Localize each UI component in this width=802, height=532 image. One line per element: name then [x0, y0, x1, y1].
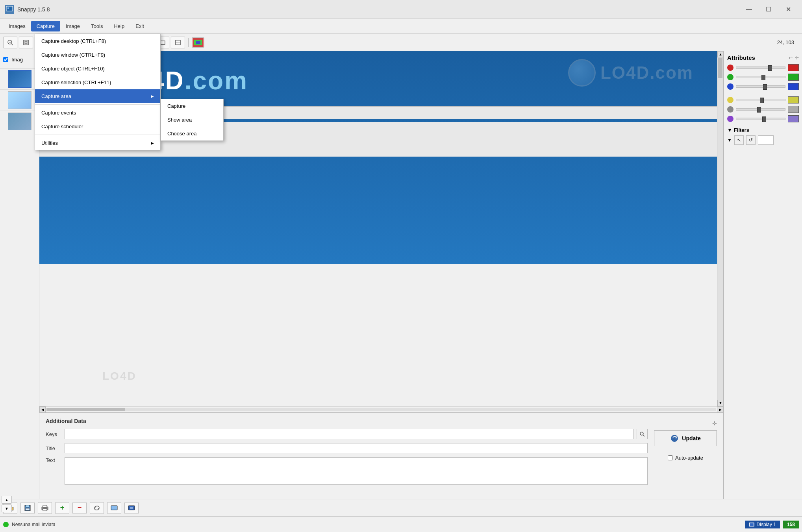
svg-rect-36: [196, 41, 200, 44]
green-slider[interactable]: [736, 76, 785, 78]
scroll-up-arrow[interactable]: ▲: [717, 51, 723, 57]
menu-capture-selection[interactable]: Capture selection (CTRL+F11): [35, 76, 160, 89]
vertical-scrollbar[interactable]: ▲ ▼: [717, 51, 723, 406]
filters-collapse-icon[interactable]: ▼: [727, 137, 732, 143]
red-slider[interactable]: [736, 66, 785, 69]
menu-capture[interactable]: Capture: [31, 21, 60, 31]
brightness-thumb[interactable]: [760, 98, 764, 103]
keys-label: Keys: [46, 431, 61, 437]
submenu-show-area[interactable]: Show area: [161, 113, 223, 127]
attr-reset-icon[interactable]: ↩: [789, 55, 793, 61]
close-button[interactable]: ✕: [779, 3, 797, 16]
keys-row: Keys: [46, 429, 648, 439]
menu-tools[interactable]: Tools: [85, 21, 108, 31]
screen1-button[interactable]: [107, 502, 121, 514]
submenu-choose-area[interactable]: Choose area: [161, 127, 223, 140]
submenu-arrow-icon: ▶: [151, 94, 154, 98]
title-input[interactable]: [65, 443, 648, 453]
images-tab-label: Imag: [11, 57, 23, 63]
contrast-swatch: [788, 106, 799, 113]
maximize-button[interactable]: ☐: [759, 3, 778, 16]
zoom-out-button[interactable]: [3, 37, 17, 48]
update-button[interactable]: Update: [654, 430, 717, 446]
menu-capture-window[interactable]: Capture window (CTRL+F9): [35, 48, 160, 62]
svg-rect-55: [130, 507, 133, 509]
thumbnail-2[interactable]: [8, 91, 31, 109]
menu-utilities[interactable]: Utilities ▶: [35, 136, 160, 150]
contrast-thumb[interactable]: [757, 107, 761, 113]
menu-separator-2: [35, 135, 160, 135]
scroll-track-v: [717, 57, 723, 400]
filters-expand-icon[interactable]: ▼: [727, 127, 732, 133]
screen2-button[interactable]: [124, 502, 139, 514]
red-dot: [727, 65, 733, 71]
contrast-slider[interactable]: [736, 108, 785, 111]
filter-cursor-button[interactable]: ↖: [734, 135, 744, 145]
title-bar: Snappy 1.5.8 — ☐ ✕: [0, 0, 802, 19]
list-item[interactable]: [0, 68, 39, 90]
red-thumb[interactable]: [768, 65, 772, 71]
remove-button[interactable]: −: [72, 502, 87, 514]
minimize-button[interactable]: —: [740, 3, 758, 16]
menu-capture-object[interactable]: Capture object (CTRL+F10): [35, 62, 160, 76]
saturation-slider[interactable]: [736, 118, 785, 120]
blue-slider-row: [727, 83, 799, 90]
keys-input[interactable]: [65, 429, 633, 439]
contrast-dot: [727, 106, 733, 113]
filters-header: ▼ Filters: [727, 127, 799, 133]
scroll-left-arrow[interactable]: ◀: [39, 406, 46, 413]
menu-bar: Images Capture Image Tools Help Exit: [0, 19, 802, 34]
list-item[interactable]: [0, 90, 39, 111]
brightness-slider[interactable]: [736, 99, 785, 101]
menu-images[interactable]: Images: [3, 21, 31, 31]
bottom-toolbar: + −: [0, 499, 802, 516]
images-checkbox[interactable]: [3, 57, 8, 62]
auto-update-checkbox[interactable]: [668, 455, 673, 460]
green-dot: [727, 74, 733, 80]
fit-view-button[interactable]: [19, 37, 33, 48]
status-bar: Nessuna mail inviata Display 1 158: [0, 516, 802, 532]
version-badge: 158: [783, 521, 799, 528]
attributes-panel: Attributes ↩ ✛: [723, 51, 802, 499]
blue-swatch: [788, 83, 799, 90]
scroll-thumb-v[interactable]: [718, 58, 722, 78]
menu-exit[interactable]: Exit: [130, 21, 150, 31]
attr-settings-icon[interactable]: ✛: [795, 55, 799, 61]
blue-slider[interactable]: [736, 85, 785, 88]
red-swatch: [788, 64, 799, 71]
menu-image[interactable]: Image: [60, 21, 85, 31]
filter-action-button[interactable]: ↺: [746, 135, 756, 145]
blue-thumb[interactable]: [763, 84, 767, 90]
menu-capture-area[interactable]: Capture area ▶: [35, 89, 160, 103]
scroll-down-arrow[interactable]: ▼: [717, 400, 723, 406]
svg-rect-45: [26, 508, 30, 510]
submenu-capture[interactable]: Capture: [161, 99, 223, 113]
green-thumb[interactable]: [761, 75, 765, 80]
add-button[interactable]: +: [55, 502, 69, 514]
scroll-thumb-h[interactable]: [46, 408, 125, 411]
svg-rect-32: [176, 40, 180, 45]
center-watermark: LO4D: [102, 370, 137, 382]
thumbnail-1[interactable]: [8, 70, 31, 88]
menu-capture-desktop[interactable]: Capture desktop (CTRL+F8): [35, 34, 160, 48]
slider-gap: [727, 92, 799, 96]
menu-capture-scheduler[interactable]: Capture scheduler: [35, 120, 160, 133]
saturation-thumb[interactable]: [762, 116, 766, 122]
scroll-right-arrow[interactable]: ▶: [717, 406, 723, 413]
scroll-up-button[interactable]: ▲: [2, 496, 12, 499]
horizontal-scrollbar[interactable]: ◀ ▶: [39, 406, 723, 412]
search-button[interactable]: [637, 429, 648, 439]
app-title: Snappy 1.5.8: [17, 6, 740, 13]
layers-button[interactable]: [171, 37, 185, 48]
refresh-button[interactable]: [90, 502, 104, 514]
thumbnail-3[interactable]: [8, 113, 31, 130]
color-button[interactable]: [192, 37, 204, 48]
list-item[interactable]: [0, 111, 39, 132]
save-button[interactable]: [20, 502, 35, 514]
text-textarea[interactable]: [65, 457, 648, 485]
menu-help[interactable]: Help: [108, 21, 130, 31]
additional-data-icon: ✛: [712, 420, 717, 427]
menu-capture-events[interactable]: Capture events: [35, 106, 160, 120]
text-label: Text: [46, 457, 61, 463]
print-button[interactable]: [38, 502, 52, 514]
